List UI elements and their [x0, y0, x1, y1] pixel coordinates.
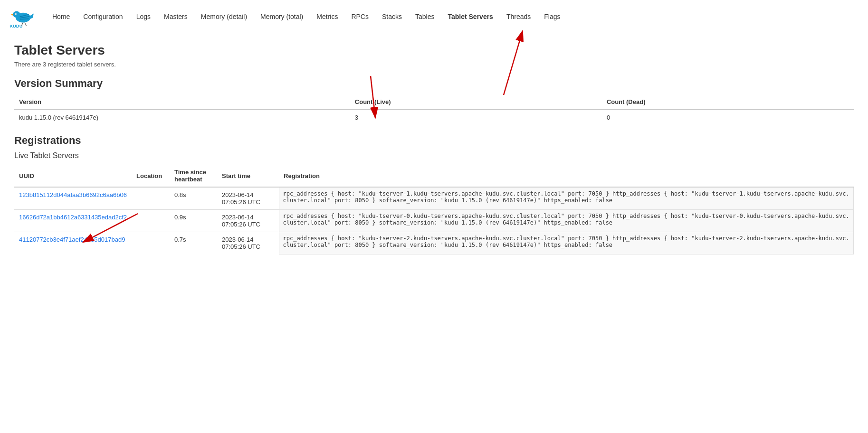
- reg-col-heartbeat: Time sinceheartbeat: [170, 165, 217, 187]
- registration-cell: rpc_addresses { host: "kudu-tserver-1.ku…: [279, 187, 853, 210]
- starttime-cell: 2023-06-14 07:05:26 UTC: [217, 210, 279, 232]
- nav-threads[interactable]: Threads: [500, 0, 537, 33]
- version-summary-heading: Version Summary: [14, 77, 854, 90]
- location-cell: [132, 187, 170, 210]
- nav-tables[interactable]: Tables: [409, 0, 441, 33]
- nav-metrics[interactable]: Metrics: [310, 0, 344, 33]
- svg-marker-8: [29, 13, 34, 19]
- nav-flags[interactable]: Flags: [537, 0, 567, 33]
- nav-configuration[interactable]: Configuration: [76, 0, 129, 33]
- count-live-value: 3: [350, 110, 602, 125]
- reg-col-uuid: UUID: [14, 165, 132, 187]
- location-cell: [132, 232, 170, 254]
- location-cell: [132, 210, 170, 232]
- uuid-link[interactable]: 16626d72a1bb4612a6331435edad2cf2: [19, 214, 127, 221]
- nav-tablet-servers[interactable]: Tablet Servers: [441, 0, 499, 33]
- starttime-cell: 2023-06-14 07:05:26 UTC: [217, 232, 279, 254]
- reg-col-starttime: Start time: [217, 165, 279, 187]
- version-col-version: Version: [14, 94, 350, 110]
- heartbeat-cell: 0.7s: [170, 232, 217, 254]
- nav-memory-detail[interactable]: Memory (detail): [194, 0, 254, 33]
- uuid-link[interactable]: 41120772cb3e4f71aef24ee5d017bad9: [19, 236, 125, 243]
- live-tablet-servers-subheading: Live Tablet Servers: [14, 151, 854, 160]
- table-row: 41120772cb3e4f71aef24ee5d017bad9 0.7s 20…: [14, 232, 854, 254]
- uuid-cell: 16626d72a1bb4612a6331435edad2cf2: [14, 210, 132, 232]
- heartbeat-cell: 0.9s: [170, 210, 217, 232]
- table-row: kudu 1.15.0 (rev 64619147e) 3 0: [14, 110, 854, 125]
- logo[interactable]: KUDU: [8, 5, 36, 28]
- svg-line-10: [25, 22, 26, 26]
- nav-rpcs[interactable]: RPCs: [344, 0, 375, 33]
- version-col-count-live: Count (Live): [350, 94, 602, 110]
- svg-text:KUDU: KUDU: [10, 23, 22, 28]
- reg-col-location: Location: [132, 165, 170, 187]
- uuid-cell: 123b815112d044afaa3b6692c6aa6b06: [14, 187, 132, 210]
- page-title: Tablet Servers: [14, 43, 854, 58]
- starttime-cell: 2023-06-14 07:05:26 UTC: [217, 187, 279, 210]
- table-row: 123b815112d044afaa3b6692c6aa6b06 0.8s 20…: [14, 187, 854, 210]
- nav-masters[interactable]: Masters: [157, 0, 194, 33]
- nav-stacks[interactable]: Stacks: [375, 0, 409, 33]
- svg-marker-2: [10, 13, 13, 15]
- nav-memory-total[interactable]: Memory (total): [254, 0, 310, 33]
- registration-cell: rpc_addresses { host: "kudu-tserver-0.ku…: [279, 210, 853, 232]
- version-col-count-dead: Count (Dead): [602, 94, 854, 110]
- main-content: Tablet Servers There are 3 registered ta…: [0, 33, 868, 273]
- svg-point-1: [13, 11, 20, 18]
- nav-logs[interactable]: Logs: [130, 0, 157, 33]
- version-value: kudu 1.15.0 (rev 64619147e): [14, 110, 350, 125]
- registrations-heading: Registrations: [14, 134, 854, 147]
- reg-col-registration: Registration: [279, 165, 853, 187]
- heartbeat-cell: 0.8s: [170, 187, 217, 210]
- page-subtitle: There are 3 registered tablet servers.: [14, 61, 854, 68]
- nav-links: Home Configuration Logs Masters Memory (…: [46, 0, 567, 33]
- navbar: KUDU Home Configuration Logs Masters Mem…: [0, 0, 868, 33]
- count-dead-value: 0: [602, 110, 854, 125]
- version-summary-table: Version Count (Live) Count (Dead) kudu 1…: [14, 94, 854, 125]
- table-row: 16626d72a1bb4612a6331435edad2cf2 0.9s 20…: [14, 210, 854, 232]
- registration-cell: rpc_addresses { host: "kudu-tserver-2.ku…: [279, 232, 853, 254]
- uuid-cell: 41120772cb3e4f71aef24ee5d017bad9: [14, 232, 132, 254]
- svg-line-5: [20, 19, 29, 19]
- svg-point-7: [15, 13, 16, 14]
- nav-home[interactable]: Home: [46, 0, 76, 33]
- uuid-link[interactable]: 123b815112d044afaa3b6692c6aa6b06: [19, 191, 127, 198]
- registrations-table: UUID Location Time sinceheartbeat Start …: [14, 165, 854, 254]
